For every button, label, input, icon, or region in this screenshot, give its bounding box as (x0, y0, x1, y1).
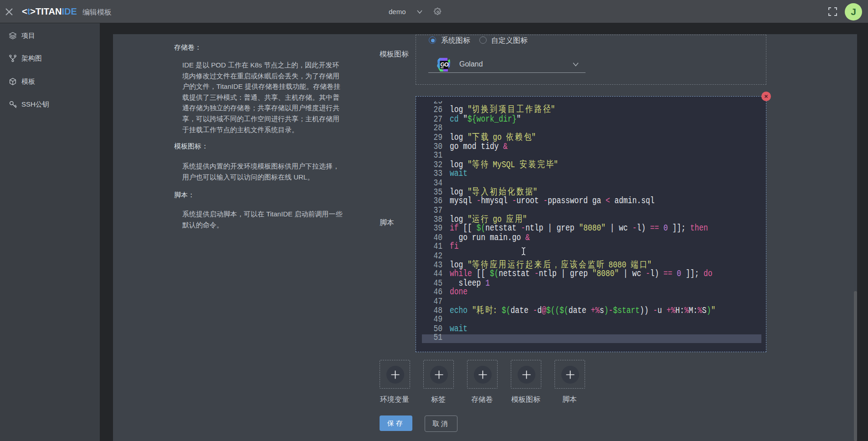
svg-text:GO: GO (441, 62, 449, 68)
